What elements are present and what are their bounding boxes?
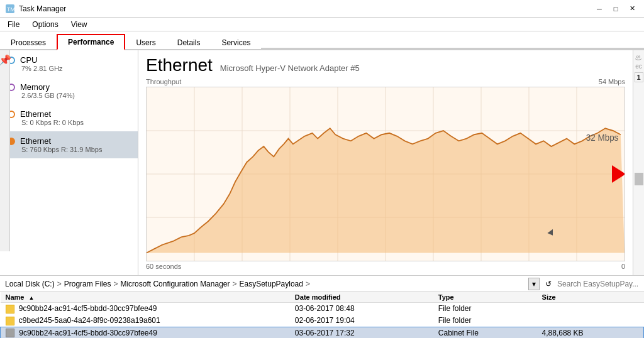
- window-title: Task Manager: [19, 4, 66, 13]
- memory-detail: 2.6/3.5 GB (74%): [21, 92, 130, 99]
- sidebar-item-memory[interactable]: Memory 2.6/3.5 GB (74%): [0, 77, 138, 104]
- table-row[interactable]: c9bed245-5aa0-4a24-8f9c-09238a19a601 02-…: [1, 315, 644, 327]
- ethernet1-label: Ethernet: [20, 109, 51, 119]
- close-button[interactable]: ✕: [625, 3, 639, 14]
- file-date: 03-06-2017 08:48: [290, 303, 433, 315]
- dropdown-button[interactable]: ▾: [528, 278, 540, 290]
- maximize-button[interactable]: □: [609, 3, 623, 14]
- tab-bar: Processes Performance Users Details Serv…: [0, 31, 644, 50]
- breadcrumb-path[interactable]: Local Disk (C:) > Program Files > Micros…: [5, 280, 526, 288]
- file-size: 4,88,688 KB: [537, 327, 644, 338]
- cpu-label: CPU: [20, 55, 37, 65]
- sep1: >: [57, 280, 62, 288]
- chart-title: Ethernet: [146, 55, 213, 75]
- file-name-cell: c9bed245-5aa0-4a24-8f9c-09238a19a601: [1, 315, 290, 327]
- file-type: Cabinet File: [433, 327, 537, 338]
- sidebar: CPU 7% 2.81 GHz Memory 2.6/3.5 GB (74%) …: [0, 50, 138, 275]
- table-header-row: Name ▲ Date modified Type Size: [1, 292, 644, 303]
- chart-subtitle: Microsoft Hyper-V Network Adapter #5: [220, 63, 360, 73]
- chart-svg: 32 Mbps: [147, 87, 625, 261]
- menu-file[interactable]: File: [3, 19, 25, 30]
- memory-label: Memory: [20, 82, 50, 92]
- breadcrumb-program-files[interactable]: Program Files: [64, 280, 111, 288]
- file-size: [537, 315, 644, 327]
- left-panel: 📌: [0, 50, 10, 251]
- svg-text:TM: TM: [7, 6, 15, 13]
- chart-area: Ethernet Microsoft Hyper-V Network Adapt…: [138, 50, 633, 275]
- file-name: 9c90bb24-ac91-4cf5-bbdd-30cc97bfee49: [19, 329, 157, 337]
- col-type[interactable]: Type: [433, 292, 537, 303]
- col-date[interactable]: Date modified: [290, 292, 433, 303]
- app-icon: TM: [5, 4, 15, 14]
- menu-view[interactable]: View: [66, 19, 92, 30]
- main-content: CPU 7% 2.81 GHz Memory 2.6/3.5 GB (74%) …: [0, 50, 644, 275]
- breadcrumb-config-manager[interactable]: Microsoft Configuration Manager: [120, 280, 230, 288]
- file-name-cell: 9c90bb24-ac91-4cf5-bbdd-30cc97bfee49: [1, 303, 290, 315]
- tab-services[interactable]: Services: [211, 34, 261, 50]
- tab-processes[interactable]: Processes: [0, 34, 57, 50]
- ethernet2-detail: S: 760 Kbps R: 31.9 Mbps: [21, 146, 130, 153]
- file-type: File folder: [433, 315, 537, 327]
- minimize-button[interactable]: ─: [592, 3, 606, 14]
- time-label: 60 seconds: [146, 263, 181, 270]
- table-row[interactable]: 9c90bb24-ac91-4cf5-bbdd-30cc97bfee49 03-…: [1, 303, 644, 315]
- file-table-container: Name ▲ Date modified Type Size 9c90bb24-…: [0, 292, 644, 338]
- file-date: 03-06-2017 17:32: [290, 327, 433, 338]
- sep2: >: [113, 280, 118, 288]
- col-name[interactable]: Name ▲: [1, 292, 290, 303]
- tab-performance[interactable]: Performance: [57, 34, 125, 50]
- search-input[interactable]: [557, 280, 639, 288]
- chart-header: Ethernet Microsoft Hyper-V Network Adapt…: [146, 55, 625, 75]
- breadcrumb-search: [557, 280, 639, 288]
- table-row[interactable]: 9c90bb24-ac91-4cf5-bbdd-30cc97bfee49 03-…: [1, 327, 644, 338]
- title-bar: TM Task Manager ─ □ ✕: [0, 0, 644, 18]
- pin-icon[interactable]: 📌: [0, 54, 11, 66]
- title-bar-controls: ─ □ ✕: [592, 3, 639, 14]
- sidebar-item-ethernet2[interactable]: Ethernet S: 760 Kbps R: 31.9 Mbps: [0, 131, 138, 158]
- sidebar-item-cpu[interactable]: CPU 7% 2.81 GHz: [0, 50, 138, 77]
- ethernet2-label: Ethernet: [20, 136, 51, 146]
- menu-bar: File Options View: [0, 18, 644, 31]
- tab-users[interactable]: Users: [125, 34, 166, 50]
- cabinet-icon: [6, 329, 14, 337]
- ethernet1-detail: S: 0 Kbps R: 0 Kbps: [21, 119, 130, 126]
- breadcrumb-bar: Local Disk (C:) > Program Files > Micros…: [0, 276, 644, 292]
- file-type: File folder: [433, 303, 537, 315]
- sep4: >: [306, 280, 310, 288]
- file-date: 02-06-2017 19:04: [290, 315, 433, 327]
- breadcrumb-local-disk[interactable]: Local Disk (C:): [5, 280, 55, 288]
- sep3: >: [233, 280, 237, 288]
- throughput-max: 54 Mbps: [599, 78, 625, 85]
- folder-icon: [6, 305, 14, 313]
- file-table: Name ▲ Date modified Type Size 9c90bb24-…: [0, 292, 644, 338]
- file-explorer: Local Disk (C:) > Program Files > Micros…: [0, 275, 644, 338]
- right-panel: s) ec 1: [633, 50, 644, 275]
- file-name-cell: 9c90bb24-ac91-4cf5-bbdd-30cc97bfee49: [1, 327, 290, 338]
- title-bar-left: TM Task Manager: [5, 4, 66, 14]
- chart-footer: 60 seconds 0: [146, 263, 625, 270]
- scrollbar-thumb[interactable]: [635, 173, 643, 185]
- throughput-label: Throughput: [146, 78, 181, 85]
- folder-icon: [6, 317, 14, 325]
- chart-container[interactable]: 32 Mbps: [146, 87, 625, 261]
- refresh-button[interactable]: ↺: [542, 278, 555, 290]
- file-size: [537, 303, 644, 315]
- chart-meta: Throughput 54 Mbps: [146, 78, 625, 85]
- file-name: 9c90bb24-ac91-4cf5-bbdd-30cc97bfee49: [19, 304, 157, 313]
- cpu-detail: 7% 2.81 GHz: [21, 65, 130, 72]
- menu-options[interactable]: Options: [27, 19, 63, 30]
- breadcrumb-easypayload[interactable]: EasySetupPayload: [240, 280, 303, 288]
- tab-details[interactable]: Details: [167, 34, 211, 50]
- col-size[interactable]: Size: [537, 292, 644, 303]
- svg-text:32 Mbps: 32 Mbps: [586, 133, 619, 143]
- file-name: c9bed245-5aa0-4a24-8f9c-09238a19a601: [19, 316, 160, 325]
- sidebar-item-ethernet1[interactable]: Ethernet S: 0 Kbps R: 0 Kbps: [0, 104, 138, 131]
- time-end: 0: [621, 263, 625, 270]
